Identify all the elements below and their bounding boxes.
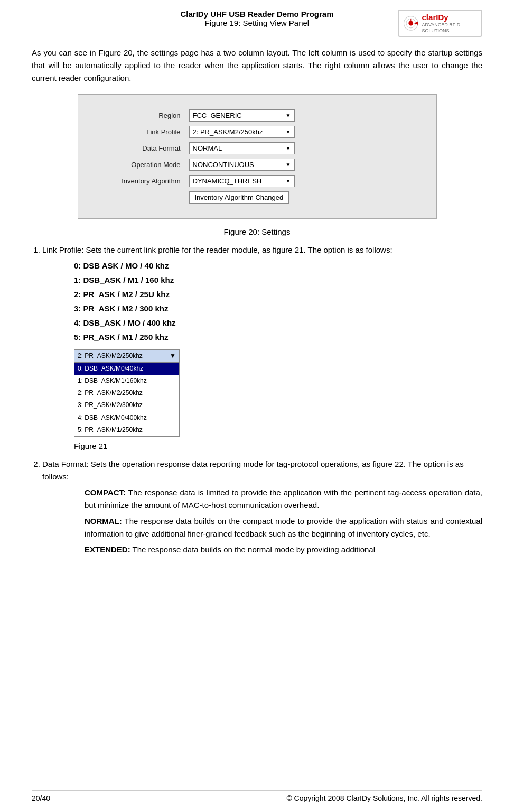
figure19-caption: Figure 19: Setting View Panel bbox=[116, 19, 398, 27]
settings-row-control[interactable]: NORMAL ▼ bbox=[189, 142, 295, 154]
figure21-caption: Figure 21 bbox=[74, 440, 482, 453]
settings-row-control[interactable]: 2: PR_ASK/M2/250khz ▼ bbox=[189, 126, 295, 138]
link-profile-option: 2: PR_ASK / M2 / 25U khz bbox=[74, 287, 482, 301]
list-item-1-text: Link Profile: Sets the current link prof… bbox=[42, 245, 392, 254]
settings-status-row: Inventory Algorithm Changed bbox=[94, 191, 420, 204]
term-text: The response data builds on the compact … bbox=[85, 516, 482, 538]
link-profile-option: 5: PR_ASK / M1 / 250 khz bbox=[74, 330, 482, 344]
dropdown-arrow-icon: ▼ bbox=[286, 178, 291, 184]
logo-area: clarIDy ADVANCED RFID SOLUTIONS bbox=[398, 10, 482, 37]
link-profile-option: 3: PR_ASK / M2 / 300 khz bbox=[74, 301, 482, 316]
logo-text: clarIDy ADVANCED RFID SOLUTIONS bbox=[422, 13, 477, 34]
settings-row-label: Data Format bbox=[94, 144, 189, 152]
settings-row-label: Region bbox=[94, 112, 189, 119]
dropdown-arrow-icon: ▼ bbox=[286, 129, 291, 135]
dropdown-arrow-icon: ▼ bbox=[286, 145, 291, 151]
dropdown-header: 2: PR_ASK/M2/250khz ▼ bbox=[74, 350, 179, 363]
settings-row: Inventory Algorithm DYNAMICQ_THRESH ▼ bbox=[94, 175, 420, 187]
document-title: ClarIDy UHF USB Reader Demo Program bbox=[116, 10, 398, 19]
dropdown-item[interactable]: 4: DSB_ASK/M0/400khz bbox=[74, 412, 179, 424]
data-format-option: COMPACT: The response data is limited to… bbox=[85, 486, 482, 512]
dropdown-arrow-icon: ▼ bbox=[286, 162, 291, 168]
dropdown-arrow-icon: ▼ bbox=[286, 113, 291, 118]
numbered-list: Link Profile: Sets the current link prof… bbox=[42, 244, 482, 556]
company-logo: clarIDy ADVANCED RFID SOLUTIONS bbox=[398, 10, 482, 37]
list-item-2-text: Data Format: Sets the operation response… bbox=[42, 459, 464, 481]
link-profile-option: 0: DSB ASK / MO / 40 khz bbox=[74, 259, 482, 273]
dropdown-items: 0: DSB_ASK/M0/40khz1: DSB_ASK/M1/160khz2… bbox=[74, 363, 179, 436]
term-label: COMPACT: bbox=[85, 488, 126, 497]
settings-row-label: Inventory Algorithm bbox=[94, 177, 189, 185]
list-item-2: Data Format: Sets the operation response… bbox=[42, 458, 482, 556]
settings-row-control[interactable]: NONCONTINUOUS ▼ bbox=[189, 159, 295, 171]
settings-row-value: 2: PR_ASK/M2/250khz bbox=[193, 128, 263, 136]
settings-panel-figure: Region FCC_GENERIC ▼ Link Profile 2: PR_… bbox=[78, 94, 437, 219]
settings-row-value: FCC_GENERIC bbox=[193, 112, 242, 119]
settings-row-control[interactable]: FCC_GENERIC ▼ bbox=[189, 109, 295, 122]
settings-status-label: Inventory Algorithm Changed bbox=[189, 191, 289, 204]
settings-row-control[interactable]: DYNAMICQ_THRESH ▼ bbox=[189, 175, 295, 187]
dropdown-item[interactable]: 1: DSB_ASK/M1/160khz bbox=[74, 375, 179, 387]
svg-point-2 bbox=[408, 21, 413, 25]
settings-row: Link Profile 2: PR_ASK/M2/250khz ▼ bbox=[94, 126, 420, 138]
data-format-option: EXTENDED: The response data builds on th… bbox=[85, 543, 482, 556]
settings-row: Data Format NORMAL ▼ bbox=[94, 142, 420, 154]
settings-row: Region FCC_GENERIC ▼ bbox=[94, 109, 420, 122]
page-number: 20/40 bbox=[32, 794, 50, 802]
dropdown-selected-label: 2: PR_ASK/M2/250khz bbox=[78, 351, 143, 361]
settings-row-label: Operation Mode bbox=[94, 161, 189, 169]
settings-row-value: NONCONTINUOUS bbox=[193, 161, 254, 169]
link-profile-option: 4: DSB_ASK / MO / 400 khz bbox=[74, 316, 482, 330]
term-text: The response data is limited to provide … bbox=[85, 488, 482, 510]
link-profile-options: 0: DSB ASK / MO / 40 khz1: DSB_ASK / M1 … bbox=[74, 259, 482, 344]
intro-paragraph: As you can see in Figure 20, the setting… bbox=[32, 47, 482, 85]
logo-icon bbox=[403, 14, 419, 33]
list-item-1: Link Profile: Sets the current link prof… bbox=[42, 244, 482, 453]
settings-row-value: DYNAMICQ_THRESH bbox=[193, 177, 262, 185]
settings-row-value: NORMAL bbox=[193, 144, 222, 152]
dropdown-item[interactable]: 2: PR_ASK/M2/250khz bbox=[74, 387, 179, 399]
dropdown-figure: 2: PR_ASK/M2/250khz ▼ 0: DSB_ASK/M0/40kh… bbox=[74, 349, 180, 437]
dropdown-item[interactable]: 3: PR_ASK/M2/300khz bbox=[74, 399, 179, 411]
dropdown-item[interactable]: 5: PR_ASK/M1/250khz bbox=[74, 424, 179, 436]
dropdown-arrow-icon: ▼ bbox=[170, 351, 176, 361]
data-format-options: COMPACT: The response data is limited to… bbox=[42, 486, 482, 556]
data-format-option: NORMAL: The response data builds on the … bbox=[85, 515, 482, 540]
copyright: © Copyright 2008 ClarIDy Solutions, Inc.… bbox=[286, 794, 482, 802]
header-title-block: ClarIDy UHF USB Reader Demo Program Figu… bbox=[116, 10, 398, 27]
term-label: NORMAL: bbox=[85, 516, 122, 525]
page-footer: 20/40 © Copyright 2008 ClarIDy Solutions… bbox=[32, 790, 482, 802]
term-text: The response data builds on the normal m… bbox=[133, 545, 375, 554]
svg-marker-4 bbox=[414, 22, 418, 25]
term-label: EXTENDED: bbox=[85, 545, 130, 554]
page-header: ClarIDy UHF USB Reader Demo Program Figu… bbox=[32, 10, 482, 37]
dropdown-item[interactable]: 0: DSB_ASK/M0/40khz bbox=[74, 363, 179, 375]
figure20-caption: Figure 20: Settings bbox=[32, 227, 482, 236]
settings-row: Operation Mode NONCONTINUOUS ▼ bbox=[94, 159, 420, 171]
link-profile-option: 1: DSB_ASK / M1 / 160 khz bbox=[74, 273, 482, 287]
settings-row-label: Link Profile bbox=[94, 128, 189, 136]
